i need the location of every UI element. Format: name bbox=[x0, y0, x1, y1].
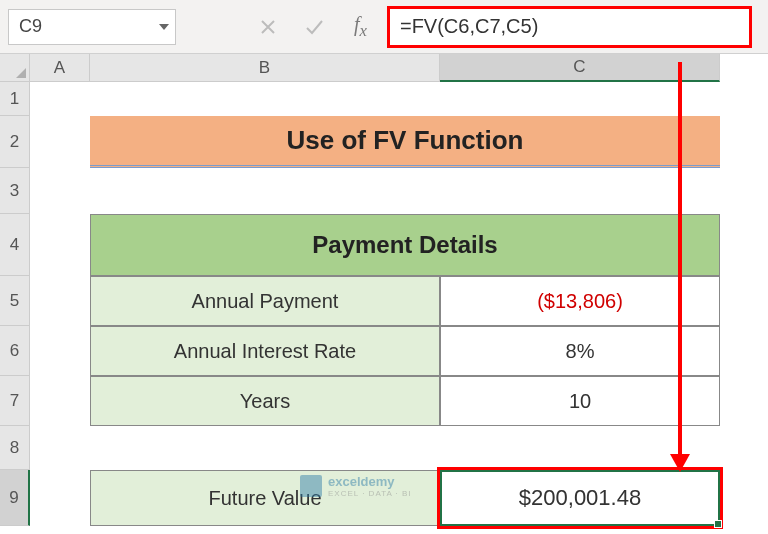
value-years: 10 bbox=[569, 390, 591, 413]
label-cell-payment[interactable]: Annual Payment bbox=[90, 276, 440, 326]
annotation-arrow-line bbox=[678, 62, 682, 460]
fill-handle[interactable] bbox=[714, 520, 722, 528]
formula-input[interactable]: =FV(C6,C7,C5) bbox=[387, 6, 752, 48]
label-years: Years bbox=[240, 390, 290, 413]
label-rate: Annual Interest Rate bbox=[174, 340, 356, 363]
row-header-8[interactable]: 8 bbox=[0, 426, 30, 470]
name-box-value: C9 bbox=[19, 16, 42, 37]
row-header-5[interactable]: 5 bbox=[0, 276, 30, 326]
row-header-9[interactable]: 9 bbox=[0, 470, 30, 526]
name-box[interactable]: C9 bbox=[8, 9, 176, 45]
worksheet: 1 2 3 4 5 6 7 8 9 A B C Use of FV Functi… bbox=[0, 54, 768, 534]
formula-bar: C9 fx =FV(C6,C7,C5) bbox=[0, 0, 768, 54]
annotation-arrow-head-icon bbox=[670, 454, 690, 472]
title-text: Use of FV Function bbox=[287, 125, 524, 156]
value-rate: 8% bbox=[566, 340, 595, 363]
table-header-text: Payment Details bbox=[312, 231, 497, 259]
row-header-7[interactable]: 7 bbox=[0, 376, 30, 426]
row-headers: 1 2 3 4 5 6 7 8 9 bbox=[0, 82, 30, 526]
formula-text: =FV(C6,C7,C5) bbox=[400, 15, 538, 38]
label-payment: Annual Payment bbox=[192, 290, 339, 313]
row-header-2[interactable]: 2 bbox=[0, 116, 30, 168]
title-cell[interactable]: Use of FV Function bbox=[90, 116, 720, 168]
row-header-3[interactable]: 3 bbox=[0, 168, 30, 214]
col-header-a[interactable]: A bbox=[30, 54, 90, 82]
value-cell-fv[interactable]: $200,001.48 bbox=[440, 470, 720, 526]
col-header-b[interactable]: B bbox=[90, 54, 440, 82]
table-header-cell[interactable]: Payment Details bbox=[90, 214, 720, 276]
check-icon bbox=[304, 17, 324, 37]
label-cell-fv[interactable]: Future Value bbox=[90, 470, 440, 526]
enter-formula-button[interactable] bbox=[294, 9, 334, 45]
x-icon bbox=[258, 17, 278, 37]
chevron-down-icon[interactable] bbox=[159, 24, 169, 30]
row-header-4[interactable]: 4 bbox=[0, 214, 30, 276]
cancel-formula-button[interactable] bbox=[248, 9, 288, 45]
row-header-6[interactable]: 6 bbox=[0, 326, 30, 376]
select-all-corner[interactable] bbox=[0, 54, 30, 82]
column-headers: A B C bbox=[30, 54, 768, 82]
value-payment: ($13,806) bbox=[537, 290, 623, 313]
label-cell-rate[interactable]: Annual Interest Rate bbox=[90, 326, 440, 376]
fx-icon[interactable]: fx bbox=[340, 13, 381, 41]
label-fv: Future Value bbox=[208, 487, 321, 510]
value-fv: $200,001.48 bbox=[519, 485, 641, 511]
label-cell-years[interactable]: Years bbox=[90, 376, 440, 426]
row-header-1[interactable]: 1 bbox=[0, 82, 30, 116]
